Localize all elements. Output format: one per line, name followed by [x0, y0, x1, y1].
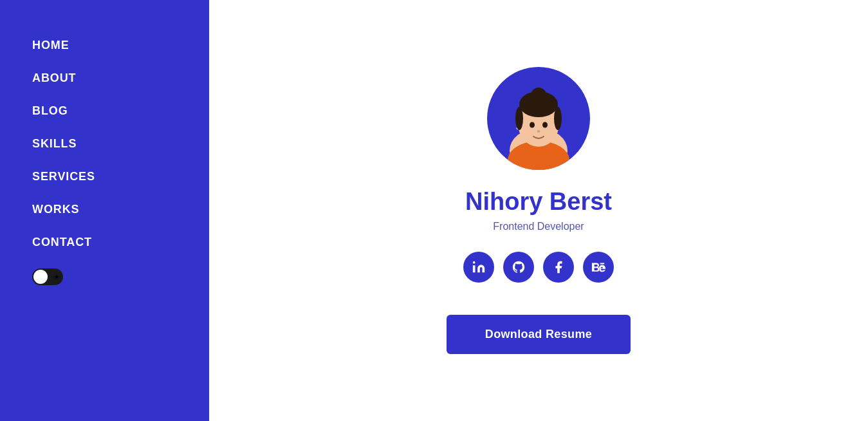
- theme-toggle[interactable]: ☀: [32, 268, 209, 285]
- avatar: [487, 67, 590, 170]
- sun-icon: ☀: [53, 272, 60, 282]
- download-resume-button[interactable]: Download Resume: [447, 315, 631, 354]
- sidebar-item-contact[interactable]: CONTACT: [32, 236, 209, 249]
- svg-point-10: [515, 107, 523, 130]
- sidebar-item-blog[interactable]: BLOG: [32, 104, 209, 118]
- sidebar-item-skills[interactable]: SKILLS: [32, 137, 209, 151]
- sidebar-item-works[interactable]: WORKS: [32, 203, 209, 216]
- svg-point-8: [537, 130, 540, 133]
- svg-point-13: [473, 261, 476, 264]
- svg-point-7: [542, 122, 548, 128]
- nav-list: HOME ABOUT BLOG SKILLS SERVICES WORKS CO…: [32, 39, 209, 249]
- sidebar-nav: HOME ABOUT BLOG SKILLS SERVICES WORKS CO…: [32, 39, 209, 249]
- profile-name: Nihory Berst: [465, 188, 612, 216]
- main-content: Nihory Berst Frontend Developer: [209, 0, 868, 421]
- sidebar-item-about[interactable]: ABOUT: [32, 71, 209, 85]
- behance-button[interactable]: [583, 252, 614, 283]
- svg-rect-12: [473, 265, 476, 272]
- linkedin-button[interactable]: [463, 252, 494, 283]
- sidebar-item-services[interactable]: SERVICES: [32, 170, 209, 183]
- social-icons: [463, 252, 614, 283]
- svg-point-11: [554, 107, 562, 130]
- svg-point-5: [531, 88, 546, 103]
- svg-point-6: [530, 122, 535, 128]
- toggle-track[interactable]: ☀: [32, 268, 63, 285]
- github-button[interactable]: [503, 252, 534, 283]
- toggle-knob: [33, 270, 48, 284]
- sidebar: HOME ABOUT BLOG SKILLS SERVICES WORKS CO…: [0, 0, 209, 421]
- sidebar-item-home[interactable]: HOME: [32, 39, 209, 52]
- facebook-button[interactable]: [543, 252, 574, 283]
- profile-title: Frontend Developer: [493, 221, 584, 232]
